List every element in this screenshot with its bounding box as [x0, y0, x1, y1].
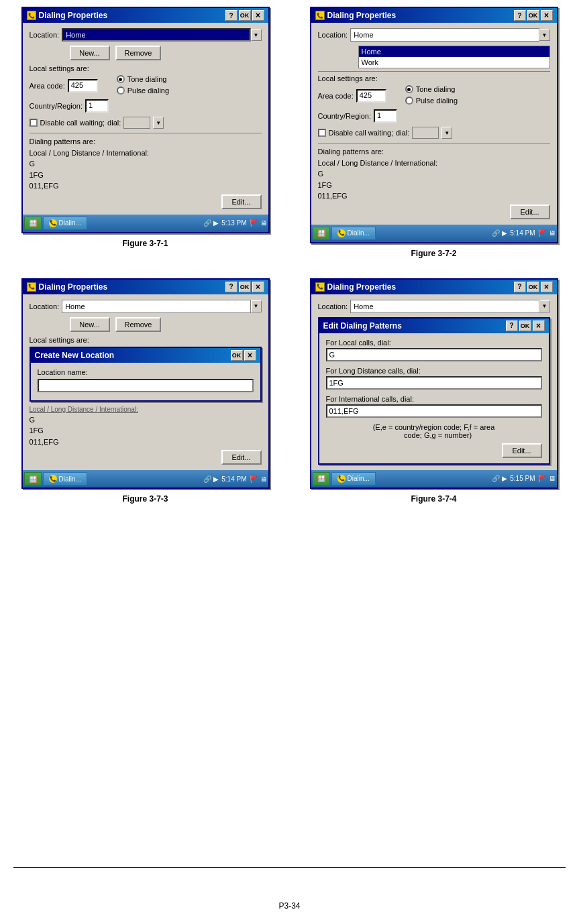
- fig3-location-row: Location: Home ▼: [30, 300, 262, 313]
- fig1-remove-btn[interactable]: Remove: [115, 46, 162, 60]
- fig1-country-input[interactable]: 1: [85, 99, 109, 113]
- fig1-divider: [30, 133, 262, 133]
- fig3-sub-titlebar: Create New Location OK ×: [31, 348, 260, 363]
- fig3-ok-btn[interactable]: OK: [239, 282, 251, 292]
- fig2-pulse-radio[interactable]: Pulse dialing: [405, 97, 458, 105]
- fig4-start-btn[interactable]: 🪟: [313, 472, 330, 485]
- fig4-app-label: Dialin...: [348, 475, 370, 482]
- fig2-close-btn[interactable]: ×: [541, 10, 553, 21]
- fig4-dialing-icon: 📞: [315, 282, 325, 292]
- fig2-location-display[interactable]: Home: [350, 28, 539, 42]
- fig4-start-icon: 🪟: [317, 475, 325, 482]
- fig1-ok-btn[interactable]: OK: [239, 10, 251, 21]
- fig2-divider-top: [318, 71, 550, 72]
- fig4-location-label: Location:: [318, 302, 348, 310]
- fig1-app-btn[interactable]: 📞 Dialin...: [43, 217, 87, 230]
- fig3-close-btn[interactable]: ×: [252, 282, 264, 292]
- fig1-location-row: Location: Home ▼: [30, 28, 262, 42]
- fig1-tone-radio[interactable]: Tone dialing: [117, 75, 169, 83]
- fig2-tone-radio-circle: [405, 85, 413, 93]
- fig2-dropdown-arrow[interactable]: ▼: [539, 29, 550, 41]
- fig3-patterns-section: Local / Long Distance / International: G…: [30, 404, 262, 448]
- fig2-dropdown-list: Home Work: [358, 46, 550, 68]
- fig2-disable-checkbox[interactable]: [318, 129, 326, 137]
- fig2-edit-btn[interactable]: Edit...: [510, 205, 550, 219]
- fig1-area-input[interactable]: 425: [68, 79, 98, 93]
- fig1-location-display[interactable]: Home: [62, 28, 250, 42]
- fig2-taskbar: 🪟 📞 Dialin... 🔗 ▶ 5:14 PM 🚩 🖥: [311, 225, 557, 242]
- fig4-close-btn[interactable]: ×: [541, 282, 553, 292]
- fig1-new-btn[interactable]: New...: [70, 46, 110, 60]
- fig2-country-input[interactable]: 1: [374, 109, 397, 123]
- fig2-tone-radio[interactable]: Tone dialing: [405, 85, 458, 93]
- fig4-ok-btn[interactable]: OK: [527, 282, 539, 292]
- fig2-app-btn[interactable]: 📞 Dialin...: [331, 227, 376, 240]
- figure-4-dialog: 📞 Dialing Properties ? OK × Location: Ho…: [310, 278, 558, 489]
- fig2-divider: [318, 143, 550, 143]
- fig4-longdist-input[interactable]: 1FG: [326, 376, 542, 390]
- fig4-location-row: Location: Home ▼: [318, 300, 550, 313]
- fig1-start-btn[interactable]: 🪟: [24, 217, 42, 230]
- fig1-edit-btn[interactable]: Edit...: [221, 194, 262, 209]
- fig1-patterns-label: Dialing patterns are:: [30, 136, 262, 148]
- fig4-sub-close-btn[interactable]: ×: [533, 321, 545, 331]
- fig4-help-btn[interactable]: ?: [514, 282, 526, 292]
- figure-2-dialog: 📞 Dialing Properties ? OK × Location: Ho…: [310, 7, 558, 243]
- fig3-titlebar: 📞 Dialing Properties ? OK ×: [23, 280, 268, 294]
- fig2-titlebar-left: 📞 Dialing Properties: [315, 11, 397, 20]
- fig1-edit-row: Edit...: [30, 194, 262, 209]
- fig1-disable-checkbox[interactable]: [30, 119, 38, 127]
- fig1-taskbar: 🪟 📞 Dialin... 🔗 ▶ 5:13 PM 🚩 🖥: [23, 215, 268, 232]
- fig2-patterns-label: Dialing patterns are:: [318, 146, 550, 158]
- fig4-edit-btn[interactable]: Edit...: [502, 443, 542, 458]
- fig3-new-btn[interactable]: New...: [70, 317, 110, 332]
- fig4-intl-input[interactable]: 011,EFG: [326, 404, 542, 418]
- fig3-help-btn[interactable]: ?: [225, 282, 238, 292]
- fig3-location-label: Location:: [30, 302, 60, 310]
- fig2-ok-btn[interactable]: OK: [527, 10, 539, 21]
- fig1-title: Dialing Properties: [39, 11, 108, 20]
- fig4-dropdown-arrow[interactable]: ▼: [539, 300, 550, 312]
- fig1-time: 5:13 PM: [221, 219, 246, 227]
- fig3-location-display[interactable]: Home: [62, 300, 250, 313]
- fig4-sub-ok-btn[interactable]: OK: [519, 321, 531, 331]
- fig3-start-btn[interactable]: 🪟: [24, 472, 42, 485]
- fig2-dial-input[interactable]: [412, 127, 439, 139]
- fig3-dropdown-arrow[interactable]: ▼: [251, 300, 262, 312]
- fig3-remove-btn[interactable]: Remove: [115, 317, 162, 332]
- fig1-dropdown-arrow[interactable]: ▼: [251, 29, 262, 41]
- fig4-app-btn[interactable]: 📞 Dialin...: [331, 472, 376, 485]
- fig3-sub-ok-btn[interactable]: OK: [231, 350, 243, 361]
- fig3-sub-close-btn[interactable]: ×: [244, 350, 256, 361]
- fig4-taskbar: 🪟 📞 Dialin... 🔗 ▶ 5:15 PM 🚩 🖥: [311, 470, 557, 487]
- fig3-app-btn[interactable]: 📞 Dialin...: [43, 472, 87, 485]
- fig3-sub-title: Create New Location: [35, 351, 115, 360]
- fig4-titlebar-left: 📞 Dialing Properties: [315, 282, 397, 292]
- fig2-dial-arrow[interactable]: ▼: [441, 127, 452, 139]
- fig1-dial-input[interactable]: [123, 117, 150, 129]
- fig1-close-btn[interactable]: ×: [252, 10, 264, 21]
- fig3-loc-name-input[interactable]: [38, 379, 254, 392]
- fig1-pulse-radio[interactable]: Pulse dialing: [117, 86, 169, 95]
- fig1-location-label: Location:: [30, 31, 60, 39]
- fig2-dropdown-home[interactable]: Home: [359, 46, 549, 57]
- fig3-edit-btn[interactable]: Edit...: [221, 450, 262, 465]
- fig4-body: Location: Home ▼ Edit Dialing Patterns ?: [311, 294, 557, 470]
- fig2-local-settings: Local settings are:: [318, 74, 550, 82]
- figure-3-cell: 📞 Dialing Properties ? OK × Location: Ho…: [15, 278, 276, 504]
- fig1-titlebar-btns: ? OK ×: [225, 10, 264, 21]
- fig1-help-btn[interactable]: ?: [225, 10, 238, 21]
- fig4-sub-help-btn[interactable]: ?: [506, 321, 518, 331]
- fig4-icons: 🔗 ▶: [492, 475, 507, 482]
- fig3-conn-icon: 🔗: [203, 475, 211, 483]
- fig4-local-calls-input[interactable]: G: [326, 348, 542, 361]
- fig2-start-btn[interactable]: 🪟: [313, 227, 330, 240]
- fig2-area-input[interactable]: 425: [356, 89, 386, 103]
- fig2-area-field: Area code: 425: [318, 85, 386, 107]
- fig2-body: Location: Home ▼ Home Work Local setting…: [311, 23, 557, 225]
- fig2-dropdown-work[interactable]: Work: [359, 57, 549, 68]
- fig3-pattern2: 1FG: [30, 425, 262, 437]
- fig4-location-display[interactable]: Home: [350, 300, 539, 313]
- fig1-dial-arrow[interactable]: ▼: [153, 117, 164, 129]
- fig2-help-btn[interactable]: ?: [514, 10, 526, 21]
